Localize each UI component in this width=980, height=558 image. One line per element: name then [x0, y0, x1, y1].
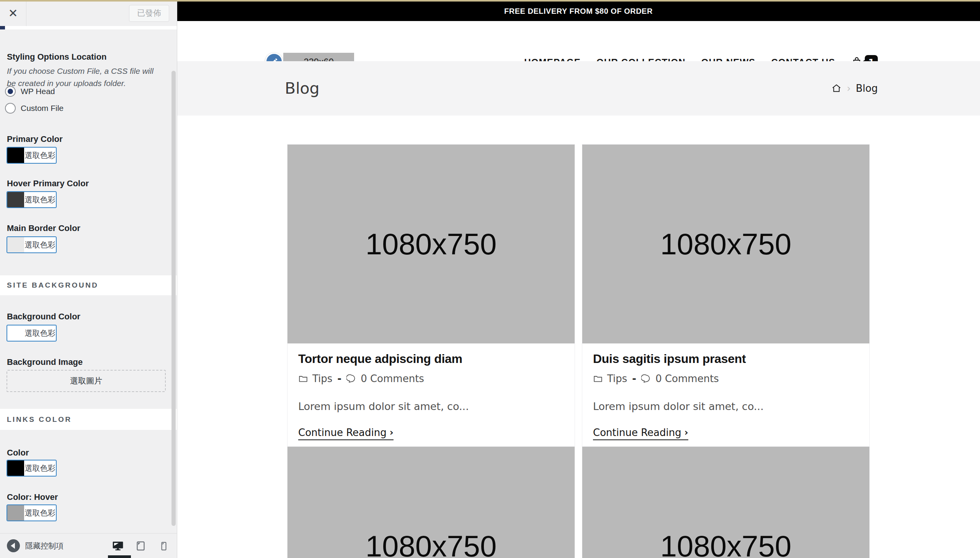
post-category[interactable]: Tips — [312, 373, 332, 384]
page-title-band: Blog › Blog — [177, 61, 980, 115]
post-category[interactable]: Tips — [607, 373, 627, 384]
background-color-picker-button[interactable]: 選取色彩 — [7, 325, 57, 341]
announcement-bar: FREE DELIVERY FROM $80 OF ORDER — [177, 2, 980, 21]
breadcrumb-separator: › — [847, 84, 851, 93]
site-preview-pane: FREE DELIVERY FROM $80 OF ORDER 239x60 H… — [177, 0, 980, 558]
collapse-arrow-icon — [7, 539, 20, 552]
window-top-accent-line — [0, 0, 980, 2]
pick-color-label: 選取色彩 — [24, 237, 56, 253]
breadcrumb: › Blog — [831, 61, 878, 115]
announcement-text: FREE DELIVERY FROM $80 OF ORDER — [504, 7, 653, 16]
main-border-color-picker-button[interactable]: 選取色彩 — [7, 236, 57, 253]
primary-color-swatch — [7, 148, 24, 163]
links-color-label: Color — [7, 448, 29, 458]
post-comments[interactable]: 0 Comments — [361, 373, 424, 384]
site-background-section-header: SITE BACKGROUND — [0, 276, 177, 295]
customizer-footer: 隱藏控制項 — [0, 533, 177, 558]
post-image-placeholder[interactable]: 1080x750 — [582, 144, 870, 343]
sidebar-scrollbar-thumb[interactable] — [171, 71, 176, 526]
desktop-preview-icon[interactable] — [112, 540, 124, 552]
pick-color-label: 選取色彩 — [24, 192, 56, 207]
chevron-right-icon: › — [390, 427, 394, 438]
links-color-hover-swatch — [7, 505, 24, 520]
links-color-hover-picker-button[interactable]: 選取色彩 — [7, 504, 57, 521]
tablet-preview-icon[interactable] — [135, 541, 146, 551]
links-color-title: LINKS COLOR — [7, 415, 72, 424]
blog-card: 1080x750 Tortor neque adpiscing diam Tip… — [287, 144, 575, 452]
hover-primary-color-swatch — [7, 192, 24, 207]
hide-controls-label: 隱藏控制項 — [25, 541, 64, 551]
mobile-preview-icon[interactable] — [159, 542, 168, 551]
pick-color-label: 選取色彩 — [24, 461, 56, 476]
post-body: Duis sagitis ipsum prasent Tips - 0 Comm… — [582, 343, 870, 452]
breadcrumb-current: Blog — [856, 83, 878, 94]
home-icon[interactable] — [831, 83, 842, 94]
radio-custom-file-label: Custom File — [21, 103, 64, 113]
continue-reading-link[interactable]: Continue Reading › — [593, 427, 688, 440]
primary-color-label: Primary Color — [7, 134, 63, 144]
pick-color-label: 選取色彩 — [24, 505, 56, 520]
blog-card: 1080x750 Duis sagitis ipsum prasent Tips… — [582, 144, 870, 452]
links-color-swatch — [7, 461, 24, 476]
post-meta: Tips - 0 Comments — [593, 373, 859, 384]
post-image-placeholder[interactable]: 1080x750 — [288, 144, 575, 343]
category-folder-icon — [593, 374, 603, 384]
radio-wp-head[interactable]: WP Head — [5, 85, 55, 98]
background-color-label: Background Color — [7, 312, 81, 322]
background-image-label: Background Image — [7, 357, 83, 367]
meta-separator: - — [337, 373, 341, 384]
links-color-hover-label: Color: Hover — [7, 492, 58, 502]
post-image-placeholder[interactable]: 1080x750 — [288, 447, 575, 558]
active-device-indicator — [108, 555, 131, 558]
page-title: Blog — [285, 61, 320, 115]
main-border-color-swatch — [7, 237, 24, 253]
comments-bubble-icon — [346, 374, 356, 384]
customizer-window: ✕ 已發佈 Styling Options Location If you ch… — [0, 0, 980, 558]
links-color-picker-button[interactable]: 選取色彩 — [7, 460, 57, 476]
close-icon: ✕ — [8, 7, 18, 20]
customizer-sidebar: ✕ 已發佈 Styling Options Location If you ch… — [0, 0, 177, 558]
primary-color-picker-button[interactable]: 選取色彩 — [7, 147, 57, 164]
background-color-swatch — [7, 325, 24, 341]
post-image-placeholder[interactable]: 1080x750 — [582, 447, 870, 558]
radio-dot — [8, 89, 13, 94]
close-customizer-button[interactable]: ✕ — [0, 0, 26, 26]
customizer-header: ✕ 已發佈 — [0, 0, 177, 26]
category-folder-icon — [298, 374, 308, 384]
post-excerpt: Lorem ipsum dolor sit amet, co... — [298, 400, 564, 412]
blog-card: 1080x750 — [582, 446, 870, 558]
main-border-color-label: Main Border Color — [7, 223, 81, 233]
post-body: Tortor neque adpiscing diam Tips - 0 Com… — [288, 343, 575, 452]
radio-unselected-icon — [5, 103, 16, 113]
radio-wp-head-label: WP Head — [21, 87, 55, 96]
post-meta: Tips - 0 Comments — [298, 373, 564, 384]
links-color-section-header: LINKS COLOR — [0, 409, 177, 430]
post-title[interactable]: Tortor neque adpiscing diam — [298, 352, 564, 366]
divider-accent-square — [0, 26, 5, 30]
site-header: 239x60 HOMEPAGE OUR COLLECTION OUR NEWS … — [177, 21, 980, 61]
styling-options-heading: Styling Options Location — [7, 52, 106, 62]
post-comments[interactable]: 0 Comments — [656, 373, 719, 384]
comments-bubble-icon — [641, 374, 651, 384]
published-button[interactable]: 已發佈 — [129, 5, 169, 22]
hover-primary-color-label: Hover Primary Color — [7, 179, 89, 189]
meta-separator: - — [632, 373, 636, 384]
continue-reading-link[interactable]: Continue Reading › — [298, 427, 394, 440]
site-background-title: SITE BACKGROUND — [7, 281, 98, 289]
chevron-right-icon: › — [685, 427, 688, 438]
radio-selected-icon — [5, 86, 16, 97]
post-excerpt: Lorem ipsum dolor sit amet, co... — [593, 400, 859, 412]
section-divider — [0, 26, 177, 30]
blog-card: 1080x750 — [287, 446, 575, 558]
hover-primary-color-picker-button[interactable]: 選取色彩 — [7, 191, 57, 208]
post-title[interactable]: Duis sagitis ipsum prasent — [593, 352, 859, 366]
pick-color-label: 選取色彩 — [24, 325, 56, 341]
hide-controls-toggle[interactable]: 隱藏控制項 — [7, 539, 64, 552]
pick-color-label: 選取色彩 — [24, 148, 56, 163]
select-image-button[interactable]: 選取圖片 — [7, 370, 166, 392]
radio-custom-file[interactable]: Custom File — [5, 102, 64, 115]
